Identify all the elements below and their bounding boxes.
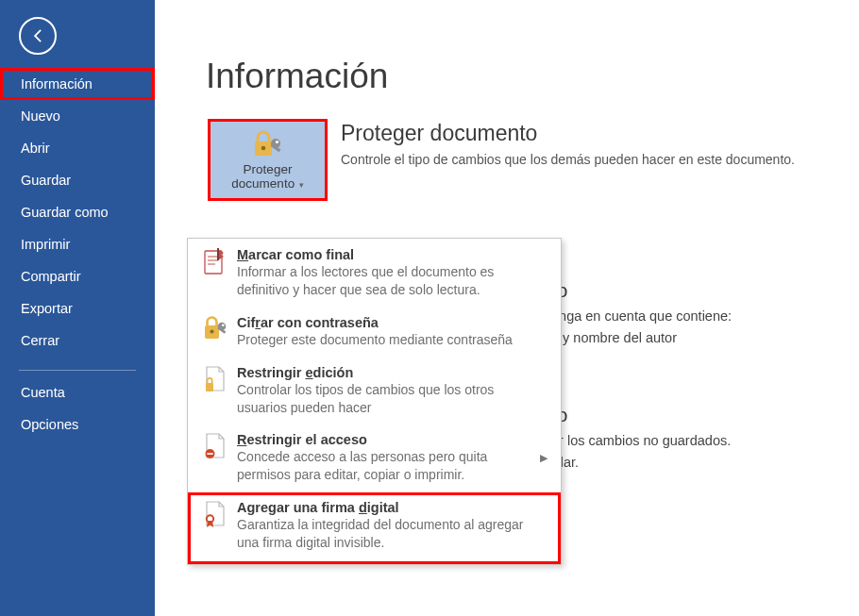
menu-item-title: Restringir el acceso [237, 432, 532, 447]
sidebar-item-guardar-como[interactable]: Guardar como [0, 196, 155, 228]
sidebar-item-nuevo[interactable]: Nuevo [0, 100, 155, 132]
svg-rect-9 [217, 248, 219, 260]
mark-final-icon [203, 247, 227, 275]
menu-item-desc: Garantiza la integridad del documento al… [237, 516, 544, 552]
protect-document-button[interactable]: Proteger documento ▾ [208, 119, 328, 201]
svg-point-13 [222, 324, 225, 326]
sidebar-menu: Información Nuevo Abrir Guardar Guardar … [0, 68, 155, 357]
svg-point-11 [211, 329, 214, 333]
menu-item-digital-signature[interactable]: Agregar una firma digital Garantiza la i… [188, 492, 561, 564]
sidebar-item-cerrar[interactable]: Cerrar [0, 325, 155, 357]
sidebar-item-compartir[interactable]: Compartir [0, 260, 155, 292]
menu-item-title: Marcar como final [237, 247, 544, 262]
menu-item-desc: Informar a los lectores que el documento… [237, 263, 544, 299]
menu-item-desc: Controlar los tipos de cambios que los o… [237, 381, 544, 417]
protect-description: Controle el tipo de cambios que los demá… [341, 152, 795, 167]
back-button[interactable] [19, 17, 57, 55]
sidebar-item-imprimir[interactable]: Imprimir [0, 228, 155, 260]
restrict-edit-icon [204, 365, 227, 393]
protect-document-dropdown: Marcar como final Informar a los lectore… [187, 238, 562, 565]
protect-heading: Proteger documento [341, 121, 795, 146]
sidebar-item-cuenta[interactable]: Cuenta [0, 376, 155, 408]
submenu-arrow-icon: ▶ [536, 452, 547, 464]
menu-item-title: Agregar una firma digital [237, 500, 544, 515]
sidebar-item-informacion[interactable]: Información [0, 68, 155, 100]
encrypt-icon [202, 315, 228, 341]
svg-rect-17 [207, 454, 212, 456]
sidebar-item-guardar[interactable]: Guardar [0, 164, 155, 196]
inspect-section-obscured: to enga en cuenta que contiene: o y nomb… [551, 279, 732, 349]
menu-item-mark-final[interactable]: Marcar como final Informar a los lectore… [188, 239, 561, 308]
back-arrow-icon [28, 26, 47, 45]
protect-button-label-1: Proteger [244, 162, 293, 176]
sidebar-item-abrir[interactable]: Abrir [0, 132, 155, 164]
menu-item-encrypt[interactable]: Cifrar con contraseña Proteger este docu… [188, 308, 561, 358]
menu-item-restrict-edit[interactable]: Restringir edición Controlar los tipos d… [188, 358, 561, 425]
sidebar-divider [19, 370, 136, 371]
menu-item-desc: Concede acceso a las personas pero quita… [237, 448, 532, 484]
lock-key-icon [251, 130, 285, 158]
dropdown-caret-icon: ▾ [296, 180, 304, 190]
protect-button-label-2: documento [231, 176, 295, 191]
page-title: Información [206, 57, 859, 96]
menu-item-title: Cifrar con contraseña [237, 315, 544, 330]
sidebar-item-exportar[interactable]: Exportar [0, 292, 155, 325]
manage-section-obscured: to ar los cambios no guardados. rdar. [551, 404, 731, 474]
menu-item-desc: Proteger este documento mediante contras… [237, 331, 544, 349]
svg-rect-15 [206, 383, 213, 391]
digital-sign-icon [204, 500, 227, 528]
backstage-sidebar: Información Nuevo Abrir Guardar Guardar … [0, 0, 155, 616]
sidebar-item-opciones[interactable]: Opciones [0, 408, 155, 441]
menu-item-title: Restringir edición [237, 365, 544, 380]
svg-point-1 [261, 145, 265, 150]
svg-point-3 [275, 140, 278, 142]
sidebar-footer-menu: Cuenta Opciones [0, 376, 155, 441]
restrict-access-icon [204, 432, 227, 460]
menu-item-restrict-access[interactable]: Restringir el acceso Concede acceso a la… [188, 425, 561, 492]
